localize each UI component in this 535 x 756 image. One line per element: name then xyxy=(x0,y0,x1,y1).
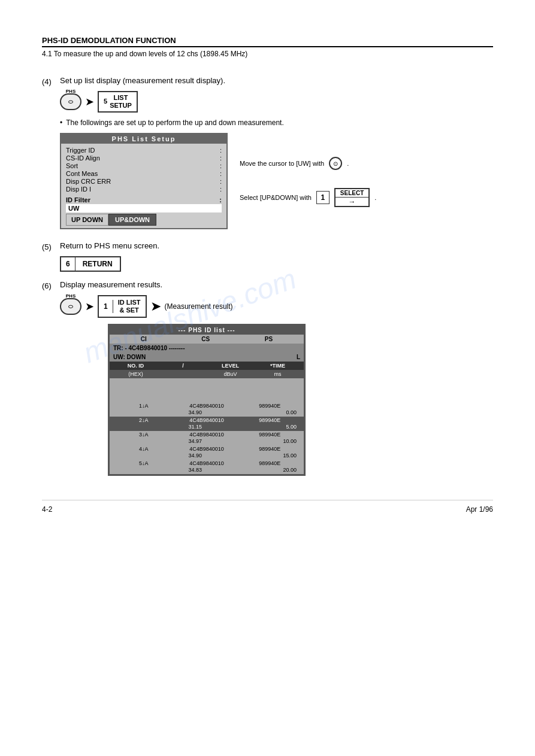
row2-id: 4C4B9840010 xyxy=(175,417,238,423)
val4-time: 15.00 xyxy=(207,453,301,459)
data-row-1: 1↓A 4C4B9840010 989940E xyxy=(110,402,304,409)
phs-screen-container: PHS List Setup Trigger ID : CS-ID Align … xyxy=(60,133,228,233)
list-setup-num: 5 xyxy=(104,98,107,105)
screen-section: PHS List Setup Trigger ID : CS-ID Align … xyxy=(60,133,493,233)
step-4-key-sequence: PHS ⬭ ➤ 5 LISTSETUP xyxy=(60,91,493,113)
row1-id: 4C4B9840010 xyxy=(175,403,238,409)
csid-align-row: CS-ID Align : xyxy=(66,154,222,162)
result-screen: --- PHS ID list --- CI CS PS TR: - 4C4B9… xyxy=(108,324,306,476)
data-val-4: 34.90 15.00 xyxy=(110,453,304,460)
select-label: SELECT xyxy=(335,189,368,198)
screen-body: Trigger ID : CS-ID Align : Sort : xyxy=(61,144,226,228)
sub-hex: (HEX) xyxy=(112,371,159,377)
row1-no: 1↓A xyxy=(112,403,175,409)
page-footer: 4-2 Apr 1/96 xyxy=(42,500,493,514)
page-title: PHS-ID DEMODULATION FUNCTION xyxy=(42,36,493,45)
bullet-text: • The followings are set up to perform t… xyxy=(60,119,493,127)
row5-event: 989940E xyxy=(238,460,301,466)
data-row-5: 5↓A 4C4B9840010 989940E xyxy=(110,460,304,467)
step-6-num: (6) xyxy=(42,280,60,290)
val1-level: 34.90 xyxy=(112,409,207,415)
arrow-icon-2: ➤ xyxy=(85,300,94,313)
select-key-num[interactable]: 1 xyxy=(316,191,330,204)
result-col-header: NO. ID / LEVEL *TIME xyxy=(110,362,304,370)
sub-ms: ms xyxy=(254,371,301,377)
callout-2: Select [UP&DOWN] with 1 SELECT → . xyxy=(240,188,376,207)
result-ci-row: CI CS PS xyxy=(110,335,304,344)
step-5-label: Return to PHS menu screen. xyxy=(60,241,493,250)
uw-row: UW xyxy=(66,204,222,212)
result-col-subheader: (HEX) dBuV ms xyxy=(110,370,304,378)
phs-list-setup-screen: PHS List Setup Trigger ID : CS-ID Align … xyxy=(60,133,228,229)
footer-page: 4-2 xyxy=(42,505,52,514)
dial-icon: ⊙ xyxy=(329,157,342,170)
val5-time: 20.00 xyxy=(207,467,301,473)
cs-label: CS xyxy=(201,336,210,342)
list-setup-key[interactable]: 5 LISTSETUP xyxy=(98,91,138,113)
row3-event: 989940E xyxy=(238,432,301,438)
page-subtitle: 4.1 To measure the up and down levels of… xyxy=(42,50,493,58)
footer-date: Apr 1/96 xyxy=(466,505,493,514)
updown-value: UP&DOWN xyxy=(108,214,156,226)
sub-slash xyxy=(159,371,207,377)
step-6-content: Display measurement results. PHS ⬭ ➤ 1 I… xyxy=(60,280,493,476)
data-val-1: 34.90 0.00 xyxy=(110,409,304,417)
col-no-id: NO. ID xyxy=(112,363,159,369)
page: manualshive.com PHS-ID DEMODULATION FUNC… xyxy=(0,0,535,538)
callout-2-text: Select [UP&DOWN] with xyxy=(240,194,312,201)
row2-no: 2↓A xyxy=(112,417,175,423)
updown-label: UP DOWN xyxy=(66,214,108,226)
phs-icon: ⬭ xyxy=(68,99,73,105)
col-slash: / xyxy=(159,363,207,369)
col-level: LEVEL xyxy=(207,363,254,369)
ci-label: CI xyxy=(141,336,147,342)
uw-value: UW xyxy=(68,205,79,212)
sub-dbv: dBuV xyxy=(207,371,254,377)
val3-level: 34.97 xyxy=(112,438,207,444)
csid-align-colon: : xyxy=(220,154,222,162)
disp-id-label: Disp ID I xyxy=(66,186,91,193)
phs-icon-2: ⬭ xyxy=(68,303,73,310)
result-screen-header: --- PHS ID list --- xyxy=(110,326,304,335)
phs-button[interactable]: PHS ⬭ xyxy=(60,93,81,110)
screen-header: PHS List Setup xyxy=(61,134,226,144)
select-button[interactable]: SELECT → xyxy=(334,188,370,207)
data-val-5: 34.83 20.00 xyxy=(110,467,304,474)
header-divider xyxy=(42,46,493,47)
step-4-num: (4) xyxy=(42,76,60,86)
callout-lines: Move the cursor to [UW] with ⊙ . Select … xyxy=(240,133,376,207)
empty-rows xyxy=(110,378,304,402)
arrow-icon-3: ➤ xyxy=(150,299,161,314)
disp-id-colon: : xyxy=(220,186,222,193)
data-row-2: 2↓A 4C4B9840010 989940E xyxy=(110,417,304,424)
step-4-content: Set up list display (measurement result … xyxy=(60,76,493,233)
step-6-key-sequence: PHS ⬭ ➤ 1 ID LIST& SET ➤ (Measurement re… xyxy=(60,295,493,318)
step-4-label: Set up list display (measurement result … xyxy=(60,76,493,85)
ps-label: PS xyxy=(265,336,273,342)
sort-row: Sort : xyxy=(66,162,222,169)
bullet-dot: • xyxy=(60,119,62,127)
return-num: 6 xyxy=(61,257,75,271)
id-filter-section: ID Filter : UW UP DOWN UP&DOWN xyxy=(66,196,222,226)
row3-no: 3↓A xyxy=(112,432,175,438)
data-row-3: 3↓A 4C4B9840010 989940E xyxy=(110,431,304,438)
return-button[interactable]: 6 RETURN xyxy=(60,256,121,272)
row5-no: 5↓A xyxy=(112,460,175,466)
callout-1: Move the cursor to [UW] with ⊙ . xyxy=(240,157,376,170)
step-5: (5) Return to PHS menu screen. 6 RETURN xyxy=(42,241,493,272)
val4-level: 34.90 xyxy=(112,453,207,459)
row4-event: 989940E xyxy=(238,446,301,452)
id-list-key[interactable]: 1 ID LIST& SET xyxy=(98,295,147,318)
l-label: L xyxy=(297,354,300,360)
phs-label: PHS xyxy=(66,89,75,94)
trigger-id-row: Trigger ID : xyxy=(66,147,222,154)
result-screen-container: --- PHS ID list --- CI CS PS TR: - 4C4B9… xyxy=(108,324,493,476)
result-uw-row: UW: DOWN L xyxy=(110,353,304,362)
id-filter-colon: : xyxy=(219,196,222,204)
id-list-num: 1 xyxy=(99,300,113,313)
list-setup-label: LISTSETUP xyxy=(110,94,132,110)
data-row-4: 4↓A 4C4B9840010 989940E xyxy=(110,445,304,453)
col-time: *TIME xyxy=(254,363,301,369)
phs-button-2[interactable]: PHS ⬭ xyxy=(60,298,81,315)
sort-label: Sort xyxy=(66,162,78,169)
